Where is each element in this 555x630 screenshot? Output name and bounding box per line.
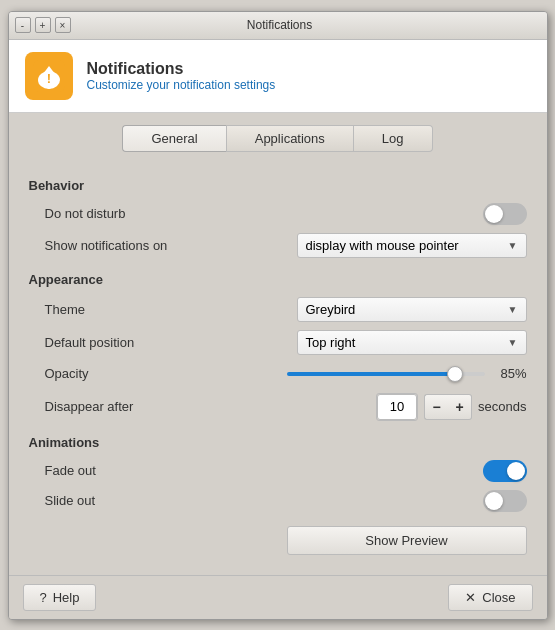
close-label: Close [482,590,515,605]
default-position-label: Default position [45,335,245,350]
seconds-label: seconds [478,399,526,414]
do-not-disturb-label: Do not disturb [45,206,245,221]
header-desc-after: settings [231,78,276,92]
show-notifications-control: display with mouse pointer ▼ [245,233,527,258]
opacity-slider-container: 85% [287,366,527,381]
help-icon: ? [40,590,47,605]
spinner-buttons: − + [424,394,472,420]
show-notifications-value: display with mouse pointer [306,238,459,253]
default-position-control: Top right ▼ [245,330,527,355]
header: ! Notifications Customize your notificat… [9,40,547,113]
opacity-slider-thumb[interactable] [447,366,463,382]
disappear-value: 10 [377,394,417,420]
theme-value: Greybird [306,302,356,317]
show-notifications-row: Show notifications on display with mouse… [29,229,527,262]
disappear-after-row: Disappear after 10 − + seconds [29,389,527,425]
default-position-row: Default position Top right ▼ [29,326,527,359]
slide-out-row: Slide out [29,486,527,516]
header-description: Customize your notification settings [87,78,276,92]
fade-out-label: Fade out [45,463,245,478]
opacity-control: 85% [245,366,527,381]
slide-out-control [245,490,527,512]
minimize-button[interactable]: - [15,17,31,33]
appearance-section-title: Appearance [29,272,527,287]
slide-out-toggle[interactable] [483,490,527,512]
header-title: Notifications [87,60,276,78]
do-not-disturb-knob [485,205,503,223]
disappear-after-spinner: 10 − + seconds [376,393,526,421]
do-not-disturb-row: Do not disturb [29,199,527,229]
tab-bar: General Applications Log [9,113,547,160]
num-display: 10 [376,393,418,421]
show-preview-button[interactable]: Show Preview [287,526,527,555]
close-footer-button[interactable]: ✕ Close [448,584,532,611]
dropdown-arrow-icon: ▼ [508,240,518,251]
footer: ? Help ✕ Close [9,575,547,619]
header-desc-link: notification [173,78,230,92]
main-window: - + × Notifications ! Notifications Cust… [8,11,548,620]
opacity-row: Opacity 85% [29,359,527,389]
header-text: Notifications Customize your notificatio… [87,60,276,92]
animations-section-title: Animations [29,435,527,450]
position-dropdown-arrow-icon: ▼ [508,337,518,348]
decrement-button[interactable]: − [424,394,448,420]
slide-out-label: Slide out [45,493,245,508]
opacity-slider-fill [287,372,455,376]
theme-label: Theme [45,302,245,317]
theme-row: Theme Greybird ▼ [29,293,527,326]
theme-dropdown-arrow-icon: ▼ [508,304,518,315]
tab-general[interactable]: General [122,125,225,152]
increment-button[interactable]: + [448,394,472,420]
tab-log[interactable]: Log [354,125,433,152]
default-position-value: Top right [306,335,356,350]
header-desc-before: Customize your [87,78,174,92]
do-not-disturb-control [245,203,527,225]
default-position-dropdown[interactable]: Top right ▼ [297,330,527,355]
show-notifications-dropdown[interactable]: display with mouse pointer ▼ [297,233,527,258]
slide-out-knob [485,492,503,510]
show-notifications-label: Show notifications on [45,238,245,253]
maximize-button[interactable]: + [35,17,51,33]
tab-applications[interactable]: Applications [226,125,354,152]
do-not-disturb-toggle[interactable] [483,203,527,225]
content-area: Behavior Do not disturb Show notificatio… [9,160,547,575]
opacity-slider-track[interactable] [287,372,485,376]
close-icon: ✕ [465,590,476,605]
fade-out-row: Fade out [29,456,527,486]
theme-dropdown[interactable]: Greybird ▼ [297,297,527,322]
titlebar-left: - + × [15,17,71,33]
fade-out-control [245,460,527,482]
disappear-after-label: Disappear after [45,399,245,414]
fade-out-toggle[interactable] [483,460,527,482]
window-title: Notifications [247,18,312,32]
help-button[interactable]: ? Help [23,584,97,611]
app-icon: ! [25,52,73,100]
fade-out-knob [507,462,525,480]
opacity-value: 85% [495,366,527,381]
help-label: Help [53,590,80,605]
disappear-after-control: 10 − + seconds [245,393,527,421]
theme-control: Greybird ▼ [245,297,527,322]
close-button[interactable]: × [55,17,71,33]
behavior-section-title: Behavior [29,178,527,193]
svg-text:!: ! [46,71,50,86]
titlebar: - + × Notifications [9,12,547,40]
opacity-label: Opacity [45,366,245,381]
